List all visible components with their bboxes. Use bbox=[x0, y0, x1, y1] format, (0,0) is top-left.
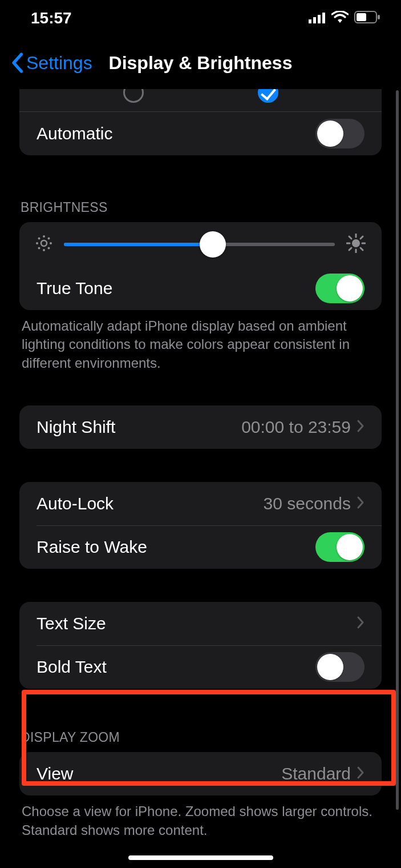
true-tone-switch[interactable] bbox=[315, 274, 364, 303]
home-indicator[interactable] bbox=[128, 855, 273, 860]
display-zoom-group: View Standard bbox=[19, 752, 382, 795]
svg-line-22 bbox=[361, 248, 363, 250]
true-tone-label: True Tone bbox=[37, 279, 315, 298]
scrollbar[interactable] bbox=[396, 90, 399, 810]
svg-rect-1 bbox=[313, 17, 316, 23]
view-label: View bbox=[37, 764, 281, 783]
automatic-row: Automatic bbox=[19, 112, 382, 155]
cellular-icon bbox=[309, 9, 326, 27]
svg-point-11 bbox=[50, 243, 51, 244]
view-row[interactable]: View Standard bbox=[19, 752, 382, 795]
brightness-slider-row bbox=[19, 222, 382, 267]
night-shift-value: 00:00 to 23:59 bbox=[241, 417, 351, 437]
nav-bar: Settings Display & Brightness bbox=[0, 37, 401, 89]
svg-rect-5 bbox=[357, 13, 366, 21]
status-indicators bbox=[309, 9, 380, 27]
chevron-left-icon bbox=[10, 53, 24, 73]
brightness-slider[interactable] bbox=[64, 243, 335, 246]
battery-icon bbox=[354, 9, 380, 27]
bold-text-row: Bold Text bbox=[19, 645, 382, 689]
svg-point-14 bbox=[39, 248, 40, 249]
night-shift-row[interactable]: Night Shift 00:00 to 23:59 bbox=[19, 405, 382, 449]
svg-line-24 bbox=[361, 236, 363, 239]
chevron-right-icon bbox=[357, 417, 364, 437]
auto-lock-row[interactable]: Auto-Lock 30 seconds bbox=[19, 482, 382, 525]
text-size-row[interactable]: Text Size bbox=[19, 602, 382, 645]
svg-line-21 bbox=[349, 236, 351, 239]
raise-to-wake-row: Raise to Wake bbox=[19, 525, 382, 569]
chevron-right-icon bbox=[357, 614, 364, 633]
status-time: 15:57 bbox=[31, 9, 72, 27]
appearance-group: Automatic bbox=[19, 89, 382, 155]
true-tone-footer: Automatically adapt iPhone display based… bbox=[19, 310, 382, 372]
text-group: Text Size Bold Text bbox=[19, 602, 382, 689]
svg-point-12 bbox=[39, 238, 40, 239]
status-bar: 15:57 bbox=[0, 0, 401, 37]
bold-text-label: Bold Text bbox=[37, 657, 315, 677]
wifi-icon bbox=[331, 9, 349, 27]
automatic-label: Automatic bbox=[37, 124, 315, 143]
svg-line-23 bbox=[349, 248, 351, 250]
appearance-dark-radio[interactable] bbox=[258, 89, 278, 103]
display-zoom-footer: Choose a view for iPhone. Zoomed shows l… bbox=[19, 795, 382, 839]
chevron-right-icon bbox=[357, 494, 364, 513]
brightness-group: True Tone bbox=[19, 222, 382, 310]
sun-dim-icon bbox=[35, 235, 52, 254]
svg-rect-6 bbox=[378, 15, 380, 19]
svg-point-13 bbox=[48, 248, 50, 249]
chevron-right-icon bbox=[357, 764, 364, 783]
night-shift-group: Night Shift 00:00 to 23:59 bbox=[19, 405, 382, 449]
raise-to-wake-switch[interactable] bbox=[315, 532, 364, 562]
sun-bright-icon bbox=[346, 234, 366, 255]
true-tone-row: True Tone bbox=[19, 267, 382, 310]
bold-text-switch[interactable] bbox=[315, 652, 364, 682]
automatic-switch[interactable] bbox=[315, 119, 364, 148]
lock-group: Auto-Lock 30 seconds Raise to Wake bbox=[19, 482, 382, 569]
auto-lock-label: Auto-Lock bbox=[37, 494, 264, 513]
svg-point-8 bbox=[43, 236, 44, 237]
svg-point-9 bbox=[43, 250, 44, 251]
svg-rect-2 bbox=[318, 15, 321, 23]
brightness-header: BRIGHTNESS bbox=[19, 200, 382, 222]
back-button[interactable]: Settings bbox=[10, 53, 92, 74]
svg-rect-3 bbox=[322, 13, 325, 23]
raise-to-wake-label: Raise to Wake bbox=[37, 537, 315, 557]
back-label: Settings bbox=[26, 53, 92, 74]
display-zoom-header: DISPLAY ZOOM bbox=[19, 730, 382, 752]
text-size-label: Text Size bbox=[37, 614, 357, 633]
view-value: Standard bbox=[281, 764, 351, 783]
svg-rect-0 bbox=[309, 19, 311, 23]
auto-lock-value: 30 seconds bbox=[264, 494, 351, 513]
night-shift-label: Night Shift bbox=[37, 417, 241, 437]
appearance-radios bbox=[19, 89, 382, 112]
appearance-light-radio[interactable] bbox=[123, 89, 144, 103]
svg-point-15 bbox=[48, 238, 50, 239]
svg-point-16 bbox=[352, 239, 360, 247]
svg-point-7 bbox=[41, 240, 47, 246]
svg-point-10 bbox=[37, 243, 38, 244]
